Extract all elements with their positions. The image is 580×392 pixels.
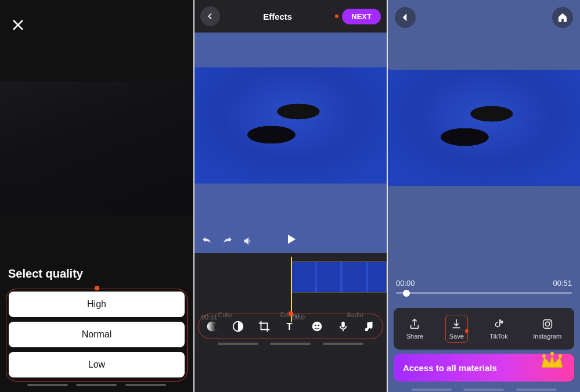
video-preview [194,33,387,253]
chevron-left-icon [206,12,215,21]
svg-rect-7 [341,322,345,328]
quality-option-normal[interactable]: Normal [9,322,185,347]
video-preview [388,35,580,209]
filter-icon [206,320,218,333]
save-label: Save [449,333,464,340]
share-button[interactable]: Share [403,315,427,342]
quality-option-high[interactable]: High [9,292,185,317]
volume-icon [243,235,254,247]
svg-point-10 [549,321,550,322]
tool-crop[interactable] [256,318,272,335]
seek-bar[interactable]: 00:00 00:51 [396,279,572,294]
tiktok-label: TikTok [489,333,507,340]
svg-text:T: T [287,321,293,332]
crown-icon [538,348,566,376]
close-icon [11,18,25,32]
volume-button[interactable] [242,235,255,247]
redo-icon [222,235,233,247]
crop-icon [258,320,271,333]
home-button[interactable] [552,7,573,28]
emoji-icon [311,320,323,333]
undo-button[interactable] [200,235,213,247]
toolbar-highlight: T [198,314,383,339]
editor-header: Effects NEXT [194,0,387,33]
contrast-icon [232,320,244,333]
instagram-icon [541,318,554,330]
tool-emoji[interactable] [309,318,325,335]
export-share-screen: 00:00 00:51 Share Save TikTok Instagram … [387,0,580,392]
tool-filter[interactable] [204,318,220,335]
share-actions-bar: Share Save TikTok Instagram [394,308,574,350]
close-button[interactable] [8,15,28,35]
quality-title: Select quality [8,267,188,280]
android-nav-bar [405,389,563,391]
tool-mic[interactable] [335,318,351,335]
highlight-dot-icon [289,311,293,316]
svg-point-13 [559,354,562,358]
highlight-dot-icon [335,15,338,18]
tool-contrast[interactable] [230,318,246,335]
time-current: 00:00 [396,279,415,287]
effects-editor-screen: Effects NEXT 00:51 00.0 Color Editing Au… [193,0,387,392]
back-button[interactable] [395,7,416,28]
tiktok-icon [492,318,505,330]
seek-thumb[interactable] [403,290,410,297]
highlight-dot-icon [465,329,469,333]
svg-point-5 [315,325,316,326]
home-icon [557,12,568,23]
instagram-label: Instagram [533,333,561,340]
svg-point-4 [312,322,322,332]
android-nav-bar [212,343,369,345]
next-button[interactable]: NEXT [342,9,381,24]
video-track-clip[interactable] [291,261,387,293]
share-label: Share [406,333,423,340]
quality-option-low[interactable]: Low [9,352,185,377]
tool-music[interactable] [361,318,377,335]
redo-button[interactable] [221,235,234,247]
svg-point-9 [545,322,549,326]
share-icon [408,318,421,330]
preview-frame [388,70,580,186]
svg-point-1 [207,322,217,332]
tool-text[interactable]: T [282,318,298,335]
svg-point-12 [550,352,554,355]
instagram-button[interactable]: Instagram [529,315,565,342]
header-title: Effects [263,12,292,21]
quality-options-highlight: High Normal Low [6,289,188,382]
premium-banner[interactable]: Access to all materials [394,354,574,382]
save-button[interactable]: Save [445,315,468,343]
quality-select-screen: Select quality High Normal Low [0,0,193,392]
android-nav-bar [6,382,188,386]
time-total: 00:51 [553,279,572,287]
banner-text: Access to all materials [403,363,497,373]
music-icon [363,320,376,333]
tiktok-button[interactable]: TikTok [486,315,511,342]
back-button[interactable] [200,6,220,26]
undo-icon [201,235,212,247]
play-icon [284,232,298,246]
download-icon [450,318,463,330]
dimmed-preview [0,81,193,215]
svg-point-6 [318,325,319,326]
chevron-left-icon [400,12,410,23]
highlight-dot-icon [95,286,99,290]
mic-icon [337,320,350,333]
play-button[interactable] [284,232,298,249]
svg-point-11 [542,354,546,358]
preview-frame [194,67,387,184]
text-icon: T [284,320,297,333]
timeline[interactable]: 00:51 00.0 Color Editing Audio T [194,253,387,346]
